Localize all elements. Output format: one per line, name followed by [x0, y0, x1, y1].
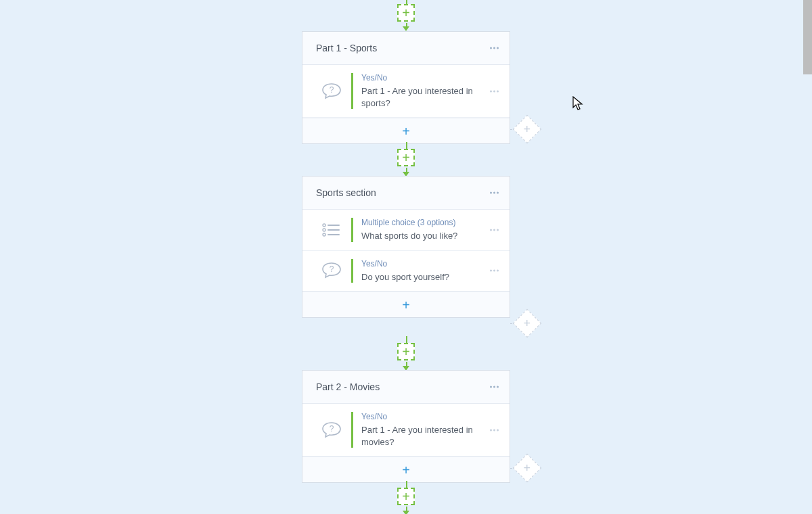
question-text: Part 1 - Are you interested in sports?: [361, 85, 482, 109]
question-type: Yes/No: [361, 73, 482, 83]
block-menu-icon[interactable]: [490, 47, 499, 49]
plus-icon: +: [402, 463, 410, 477]
flow-block[interactable]: Sports section Multiple choice (3 option…: [302, 176, 510, 318]
speech-bubble-icon: ?: [315, 259, 348, 283]
svg-point-1: [323, 224, 325, 227]
question-menu-icon[interactable]: [490, 90, 499, 92]
connector-line: [406, 481, 407, 488]
accent-bar: [351, 259, 353, 283]
svg-text:?: ?: [330, 85, 334, 95]
block-header[interactable]: Sports section: [302, 177, 510, 210]
question-text: Part 1 - Are you interested in movies?: [361, 424, 482, 448]
flow-block[interactable]: Part 1 - Sports ? Yes/No Part 1 - Are yo…: [302, 31, 510, 144]
svg-rect-6: [328, 234, 340, 235]
mouse-cursor-icon: [572, 96, 583, 111]
block-title: Part 1 - Sports: [316, 43, 377, 53]
question-row[interactable]: Multiple choice (3 options) What sports …: [302, 210, 510, 251]
arrow-down-icon: [403, 26, 409, 31]
question-type: Multiple choice (3 options): [361, 218, 482, 227]
question-row[interactable]: ? Yes/No Part 1 - Are you interested in …: [302, 404, 510, 457]
svg-rect-4: [328, 229, 340, 231]
block-title: Sports section: [316, 187, 376, 198]
svg-rect-2: [328, 225, 340, 226]
question-text: Do you sport yourself?: [361, 271, 482, 283]
question-type: Yes/No: [361, 412, 482, 421]
add-branch-button[interactable]: [513, 309, 541, 337]
svg-text:?: ?: [330, 264, 334, 274]
question-row[interactable]: ? Yes/No Part 1 - Are you interested in …: [302, 65, 510, 118]
add-question-button[interactable]: +: [302, 457, 510, 482]
add-branch-button[interactable]: [513, 115, 541, 143]
flow-block[interactable]: Part 2 - Movies ? Yes/No Part 1 - Are yo…: [302, 370, 510, 483]
list-icon: [315, 218, 348, 242]
add-step-between-button[interactable]: [397, 488, 415, 505]
accent-bar: [351, 73, 353, 109]
add-step-between-button[interactable]: [397, 149, 415, 166]
arrow-down-icon: [403, 511, 409, 514]
block-header[interactable]: Part 1 - Sports: [302, 32, 510, 65]
add-branch-button[interactable]: [513, 454, 541, 482]
svg-point-5: [323, 233, 325, 236]
survey-flow-canvas[interactable]: Part 1 - Sports ? Yes/No Part 1 - Are yo…: [0, 0, 812, 514]
scrollbar-thumb[interactable]: [803, 0, 812, 74]
question-type: Yes/No: [361, 259, 482, 268]
question-menu-icon[interactable]: [490, 429, 499, 431]
accent-bar: [351, 412, 353, 448]
svg-point-3: [323, 229, 325, 231]
add-question-button[interactable]: +: [302, 118, 510, 143]
speech-bubble-icon: ?: [315, 73, 348, 109]
plus-icon: +: [402, 298, 410, 312]
block-header[interactable]: Part 2 - Movies: [302, 371, 510, 404]
block-menu-icon[interactable]: [490, 386, 499, 388]
connector-line: [406, 142, 407, 149]
question-text: What sports do you like?: [361, 230, 482, 242]
block-title: Part 2 - Movies: [316, 381, 380, 392]
speech-bubble-icon: ?: [315, 412, 348, 448]
svg-text:?: ?: [330, 424, 334, 434]
accent-bar: [351, 218, 353, 242]
add-question-button[interactable]: +: [302, 291, 510, 317]
question-menu-icon[interactable]: [490, 270, 499, 272]
question-row[interactable]: ? Yes/No Do you sport yourself?: [302, 251, 510, 292]
question-menu-icon[interactable]: [490, 229, 499, 231]
plus-icon: +: [402, 124, 410, 138]
add-step-between-button[interactable]: [397, 343, 415, 360]
block-menu-icon[interactable]: [490, 192, 499, 194]
connector-line: [406, 336, 407, 343]
add-step-between-button[interactable]: [397, 4, 415, 22]
